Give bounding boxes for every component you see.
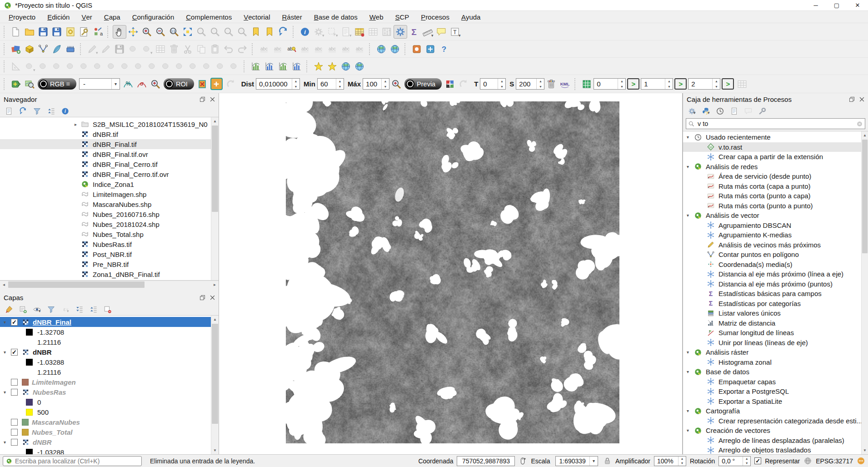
scp-sigma-plot-button[interactable] bbox=[135, 77, 149, 91]
spin-arrows[interactable]: ▲▼ bbox=[381, 79, 389, 89]
zoom-native[interactable] bbox=[167, 25, 181, 39]
layer-item[interactable]: ▾✓dNBR bbox=[0, 347, 211, 357]
add-selected-layers-button[interactable] bbox=[4, 106, 14, 116]
menu-capa[interactable]: Capa bbox=[98, 11, 126, 23]
browser-item[interactable]: Nubes_20181024.shp bbox=[0, 219, 211, 229]
browser-item[interactable]: ▸S2B_MSIL1C_20181024T153619_N0 bbox=[0, 119, 211, 129]
messages-icon[interactable] bbox=[857, 457, 865, 465]
map-tips[interactable] bbox=[434, 25, 448, 39]
processing-toolbox[interactable] bbox=[394, 25, 407, 39]
spin-arrows[interactable]: ▲▼ bbox=[498, 79, 505, 89]
star-tool-b[interactable] bbox=[325, 60, 339, 73]
expand-all-button[interactable] bbox=[74, 304, 84, 314]
layer-checkbox[interactable] bbox=[11, 419, 18, 426]
show-hidden-labels[interactable] bbox=[312, 42, 325, 56]
scp-redo-roi-button[interactable] bbox=[224, 77, 238, 91]
scp-cut-roi-button[interactable] bbox=[195, 77, 209, 91]
scroll-up-icon[interactable]: ▲ bbox=[211, 117, 219, 125]
help-contents[interactable] bbox=[437, 42, 451, 56]
merge-attributes[interactable] bbox=[200, 60, 214, 73]
spin-arrows[interactable]: ▲▼ bbox=[336, 79, 344, 89]
select-by-value[interactable]: ▾ bbox=[339, 25, 353, 39]
collapse-all-button[interactable] bbox=[88, 304, 98, 314]
zoom-to-layer[interactable] bbox=[208, 25, 222, 39]
magnifier-spinbox[interactable]: 100% ▲▼ bbox=[654, 456, 686, 466]
add-group-button[interactable] bbox=[18, 304, 28, 314]
browser-item[interactable]: LimiteImagen.shp bbox=[0, 189, 211, 199]
scrollbar-thumb[interactable] bbox=[8, 281, 145, 288]
processing-algorithm[interactable]: Distancia al eje más próximo (línea a ej… bbox=[683, 269, 861, 279]
open-layer-styling-button[interactable] bbox=[4, 304, 14, 314]
redo[interactable] bbox=[235, 42, 249, 56]
processing-algorithm[interactable]: Matriz de distancia bbox=[683, 318, 861, 328]
merge-features[interactable] bbox=[186, 60, 200, 73]
layer-item[interactable]: LimiteImagen bbox=[0, 377, 211, 387]
minimize-button[interactable]: ─ bbox=[805, 0, 826, 11]
scp-band-grid-button[interactable] bbox=[580, 77, 594, 91]
browser-item[interactable]: NubesRas.tif bbox=[0, 239, 211, 249]
scrollbar-thumb[interactable] bbox=[212, 126, 218, 212]
band0-spinbox[interactable]: 0 ▲▼ bbox=[594, 78, 626, 90]
expander-icon[interactable]: ▾ bbox=[687, 350, 694, 355]
cut-features[interactable] bbox=[181, 42, 195, 56]
locator-search-input[interactable]: Escriba para localizar (Ctrl+K) bbox=[3, 456, 142, 466]
split-parts[interactable] bbox=[173, 60, 186, 73]
layer-checkbox[interactable]: ✓ bbox=[11, 319, 18, 326]
browser-item[interactable]: MascaraNubes.shp bbox=[0, 199, 211, 209]
layer-item[interactable]: ▾✓dNBR_Final bbox=[0, 317, 211, 327]
zoom-full[interactable] bbox=[181, 25, 195, 39]
data-source-manager[interactable] bbox=[9, 42, 23, 56]
globe-tool-a[interactable] bbox=[339, 60, 353, 73]
layer-checkbox[interactable] bbox=[11, 379, 18, 386]
dist-spinbox[interactable]: 0,010000 ▲▼ bbox=[256, 78, 300, 90]
add-feature[interactable] bbox=[126, 42, 140, 56]
copy-features[interactable] bbox=[195, 42, 208, 56]
expander-icon[interactable]: ▾ bbox=[687, 135, 694, 140]
processing-vertical-scrollbar[interactable]: ▲ ▼ bbox=[861, 131, 868, 454]
processing-group[interactable]: ▾Análisis de redes bbox=[683, 162, 861, 172]
map-canvas[interactable] bbox=[219, 93, 683, 454]
browser-item[interactable]: Nubes_Total.shp bbox=[0, 229, 211, 239]
layer-checkbox[interactable]: ✓ bbox=[11, 349, 18, 356]
browser-item[interactable]: dNBR_Final.tif.ovr bbox=[0, 149, 211, 159]
processing-algorithm[interactable]: Estadísticas por categorías bbox=[683, 299, 861, 309]
scp-kml-export-button[interactable] bbox=[558, 77, 572, 91]
refresh-browser-button[interactable] bbox=[18, 106, 28, 116]
processing-algorithm[interactable]: Ruta más corta (capa a punto) bbox=[683, 181, 861, 191]
new-spatial-bookmark[interactable] bbox=[249, 25, 263, 39]
browser-item[interactable]: Post_NBR.tif bbox=[0, 249, 211, 259]
spin-arrows[interactable]: ▲▼ bbox=[712, 79, 720, 89]
processing-group[interactable]: ▾Análisis de vector bbox=[683, 211, 861, 221]
delete-ring[interactable] bbox=[105, 60, 118, 73]
expander-icon[interactable]: ▾ bbox=[687, 369, 694, 374]
layer-item[interactable]: ▾dNBR bbox=[0, 437, 211, 447]
vertex-tool[interactable]: ▾ bbox=[140, 42, 154, 56]
zoom-last[interactable] bbox=[222, 25, 235, 39]
float-panel-icon[interactable] bbox=[848, 96, 855, 103]
processing-group[interactable]: ▾Cartografía bbox=[683, 406, 861, 416]
offset-curve[interactable] bbox=[145, 60, 159, 73]
rotation-spinbox[interactable]: 0,0 ° ▲▼ bbox=[718, 456, 751, 466]
processing-algorithm[interactable]: Estadísticas básicas para campos bbox=[683, 289, 861, 299]
expander-icon[interactable]: ▾ bbox=[687, 428, 694, 433]
processing-algorithm[interactable]: Crear capa a partir de la extensión bbox=[683, 152, 861, 162]
menu-complementos[interactable]: Complementos bbox=[180, 11, 238, 23]
new-project[interactable] bbox=[9, 25, 23, 39]
spin-arrows[interactable]: ▲▼ bbox=[536, 79, 544, 89]
processing-algorithm[interactable]: Distancia al eje más próximo (puntos) bbox=[683, 279, 861, 289]
save-layer-edits[interactable] bbox=[113, 42, 126, 56]
menu-edici-n[interactable]: Edición bbox=[41, 11, 75, 23]
expander-icon[interactable]: ▾ bbox=[687, 408, 694, 413]
processing-algorithm[interactable]: Arreglo de objetos trasladados bbox=[683, 445, 861, 454]
spin-arrows[interactable]: ▲▼ bbox=[292, 79, 299, 89]
delete-selected[interactable] bbox=[167, 42, 181, 56]
close-panel-icon[interactable] bbox=[209, 294, 216, 301]
browser-vertical-scrollbar[interactable]: ▲ bbox=[211, 117, 219, 280]
new-virtual-layer[interactable] bbox=[64, 42, 77, 56]
style-manager[interactable] bbox=[91, 25, 105, 39]
processing-algorithm[interactable]: Agrupamiento K-medias bbox=[683, 230, 861, 240]
identify-features[interactable] bbox=[298, 25, 312, 39]
add-part[interactable] bbox=[77, 60, 91, 73]
processing-algorithm[interactable]: Listar valores únicos bbox=[683, 308, 861, 318]
clear-search-icon[interactable] bbox=[856, 121, 863, 127]
